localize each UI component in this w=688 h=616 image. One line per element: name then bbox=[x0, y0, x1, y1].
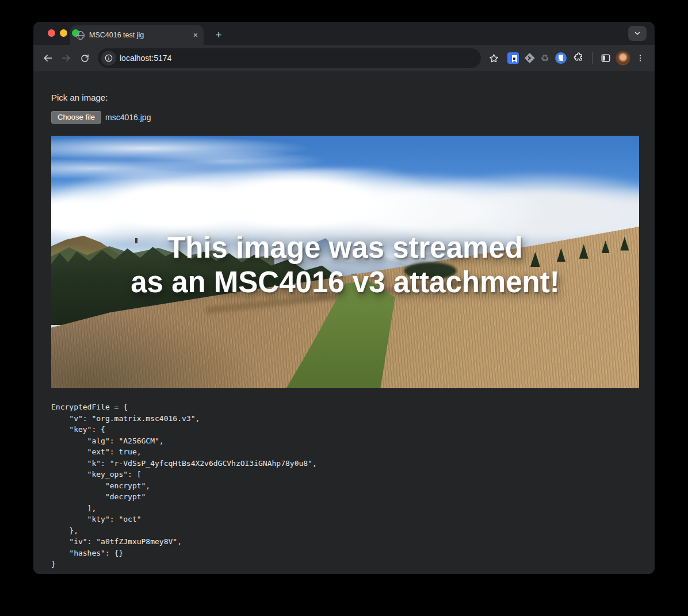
encrypted-file-json: EncryptedFile = { "v": "org.matrix.msc40… bbox=[51, 401, 639, 570]
browser-toolbar: localhost:5174 ♻ bbox=[33, 45, 655, 71]
tab-close-icon[interactable]: × bbox=[193, 31, 198, 39]
image-caption-overlay: This image was streamed as an MSC4016 v3… bbox=[51, 231, 639, 300]
side-panel-button[interactable] bbox=[597, 49, 614, 67]
forward-arrow-icon bbox=[60, 52, 72, 64]
minimize-window-button[interactable] bbox=[60, 29, 67, 37]
address-bar[interactable]: localhost:5174 bbox=[98, 48, 481, 68]
browser-window: MSC4016 test jig × + localhost:5174 bbox=[33, 22, 655, 574]
kebab-menu-icon bbox=[635, 53, 645, 63]
url-text: localhost:5174 bbox=[120, 53, 479, 63]
pick-image-label: Pick an image: bbox=[51, 93, 639, 102]
toolbar-divider bbox=[592, 52, 593, 64]
attachment-image: This image was streamed as an MSC4016 v3… bbox=[51, 136, 639, 388]
back-button[interactable] bbox=[39, 49, 56, 67]
tab-msc4016[interactable]: MSC4016 test jig × bbox=[70, 25, 204, 45]
new-tab-button[interactable]: + bbox=[211, 27, 227, 43]
recycle-extension-icon[interactable]: ♻ bbox=[541, 53, 549, 63]
bookmark-star-button[interactable] bbox=[486, 49, 503, 67]
selected-filename: msc4016.jpg bbox=[105, 113, 151, 122]
globe-favicon-icon bbox=[76, 31, 85, 40]
extensions-menu-button[interactable] bbox=[572, 51, 584, 65]
tab-search-button[interactable] bbox=[628, 26, 647, 41]
choose-file-button[interactable]: Choose file bbox=[51, 111, 101, 124]
caption-line-2: as an MSC4016 v3 attachment! bbox=[131, 265, 559, 300]
extensions-row: ♻ bbox=[504, 51, 587, 65]
star-icon bbox=[488, 53, 499, 64]
forward-button[interactable] bbox=[58, 49, 75, 67]
file-input: Choose file msc4016.jpg bbox=[51, 111, 639, 124]
chevron-down-icon bbox=[633, 29, 641, 37]
profile-avatar[interactable] bbox=[616, 51, 630, 66]
password-manager-extension-icon[interactable] bbox=[507, 52, 519, 64]
site-info-button[interactable] bbox=[101, 51, 116, 66]
page-content: Pick an image: Choose file msc4016.jpg bbox=[33, 71, 655, 574]
tab-strip: MSC4016 test jig × + bbox=[33, 22, 655, 45]
document-extension-icon[interactable] bbox=[555, 52, 567, 64]
side-panel-icon bbox=[600, 52, 611, 64]
info-icon bbox=[104, 53, 113, 63]
tab-title: MSC4016 test jig bbox=[89, 31, 189, 39]
browser-menu-button[interactable] bbox=[632, 49, 649, 67]
traffic-lights bbox=[48, 29, 79, 37]
close-window-button[interactable] bbox=[48, 29, 55, 37]
reload-icon bbox=[79, 53, 90, 64]
puzzle-icon bbox=[572, 51, 584, 63]
caption-line-1: This image was streamed bbox=[167, 231, 523, 265]
reload-button[interactable] bbox=[76, 49, 93, 67]
back-arrow-icon bbox=[42, 52, 53, 64]
diamond-arrow-extension-icon[interactable] bbox=[525, 53, 535, 63]
